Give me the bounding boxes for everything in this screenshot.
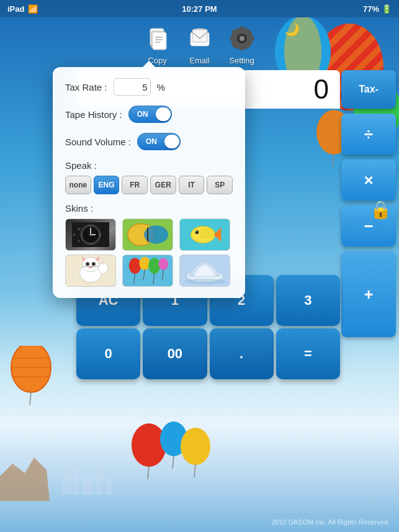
skin-cat[interactable] xyxy=(65,255,116,287)
language-buttons: none ENG FR GER IT SP xyxy=(65,176,233,194)
wifi-icon: 📶 xyxy=(28,4,38,14)
carrier-label: iPad xyxy=(7,4,24,14)
svg-point-52 xyxy=(89,233,92,236)
status-left: iPad 📶 xyxy=(7,4,38,14)
svg-point-83 xyxy=(129,258,141,274)
toggle-knob xyxy=(156,107,171,121)
skin-balloons[interactable] xyxy=(122,255,173,287)
plus-button[interactable]: + xyxy=(341,251,396,337)
svg-text:12: 12 xyxy=(77,227,81,231)
sound-volume-row: Sound Volume : ON xyxy=(65,133,233,150)
settings-icon xyxy=(227,24,257,53)
svg-point-81 xyxy=(99,263,109,274)
tape-history-toggle[interactable]: ON xyxy=(128,106,172,123)
svg-point-93 xyxy=(184,279,226,285)
svg-point-76 xyxy=(86,262,89,266)
settings-popup: Tax Rate : % Tape History : ON Sound Vol… xyxy=(53,67,245,298)
svg-point-85 xyxy=(148,258,161,274)
skin-fish[interactable] xyxy=(179,219,230,251)
skin-opera[interactable] xyxy=(179,255,230,287)
svg-point-86 xyxy=(159,258,169,271)
zero-button[interactable]: 0 xyxy=(76,328,140,379)
skins-section: Skins : 12 6 9 3 xyxy=(65,203,233,287)
display-value: 0 xyxy=(314,74,329,105)
svg-point-66 xyxy=(195,231,197,232)
svg-rect-40 xyxy=(241,47,243,51)
svg-text:9: 9 xyxy=(73,233,75,237)
svg-rect-30 xyxy=(153,32,166,50)
percent-sign: % xyxy=(157,82,165,92)
tax-minus-button[interactable]: Tax- xyxy=(341,70,396,109)
svg-rect-41 xyxy=(230,37,233,40)
toolbar: Copy Email xyxy=(0,17,399,70)
double-zero-button[interactable]: 00 xyxy=(143,328,207,379)
main-content: Copy Email xyxy=(0,17,399,532)
svg-point-77 xyxy=(92,262,96,266)
lang-fr[interactable]: FR xyxy=(122,176,148,194)
tape-history-row: Tape History : ON xyxy=(65,106,233,123)
lang-sp[interactable]: SP xyxy=(207,176,233,194)
svg-text:6: 6 xyxy=(78,239,80,243)
svg-rect-42 xyxy=(251,37,254,40)
speak-label: Speak : xyxy=(65,160,233,171)
skins-grid: 12 6 9 3 xyxy=(65,219,233,287)
email-label: Email xyxy=(189,56,210,65)
email-button[interactable]: Email xyxy=(185,24,215,65)
speak-section: Speak : none ENG FR GER IT SP xyxy=(65,160,233,194)
lang-eng[interactable]: ENG xyxy=(94,176,120,194)
svg-text:3: 3 xyxy=(99,233,101,237)
lang-none[interactable]: none xyxy=(65,176,91,194)
lang-it[interactable]: IT xyxy=(179,176,205,194)
tax-rate-label: Tax Rate : xyxy=(65,82,107,92)
three-button[interactable]: 3 xyxy=(276,275,340,326)
padlock-figure: 🔒 xyxy=(370,199,392,220)
tape-history-label: Tape History : xyxy=(65,109,122,120)
copy-icon xyxy=(143,24,173,53)
skin-clock[interactable]: 12 6 9 3 xyxy=(65,219,116,251)
svg-point-65 xyxy=(195,230,199,234)
battery-icon: 🔋 xyxy=(382,4,392,14)
sound-toggle-knob xyxy=(164,135,179,148)
dot-button[interactable]: . xyxy=(210,328,274,379)
tax-rate-row: Tax Rate : % xyxy=(65,78,233,96)
status-time: 10:27 PM xyxy=(182,4,217,14)
status-bar: iPad 📶 10:27 PM 77% 🔋 xyxy=(0,0,399,17)
tape-history-toggle-label: ON xyxy=(137,110,148,119)
copyright-text: 2010 DASOM Inc. All Rights Reserved. xyxy=(271,518,390,526)
sound-volume-label: Sound Volume : xyxy=(65,137,131,147)
multiply-button[interactable]: × xyxy=(341,160,396,201)
svg-point-38 xyxy=(240,36,244,41)
equals-button[interactable]: = xyxy=(276,328,340,379)
settings-button[interactable]: Setting xyxy=(227,24,257,65)
battery-label: 77% xyxy=(363,4,379,14)
sound-volume-toggle[interactable]: ON xyxy=(137,133,181,150)
sound-volume-toggle-label: ON xyxy=(146,137,157,146)
svg-rect-39 xyxy=(241,26,243,30)
lang-ger[interactable]: GER xyxy=(150,176,176,194)
svg-point-84 xyxy=(139,257,150,270)
footer: 2010 DASOM Inc. All Rights Reserved. xyxy=(271,518,390,526)
svg-rect-35 xyxy=(192,30,207,42)
tax-rate-input[interactable] xyxy=(114,78,151,96)
copy-button[interactable]: Copy xyxy=(143,24,173,65)
divide-button[interactable]: ÷ xyxy=(341,114,396,155)
status-right: 77% 🔋 xyxy=(363,4,392,14)
email-icon xyxy=(185,24,215,53)
settings-label: Setting xyxy=(229,56,254,65)
skins-label: Skins : xyxy=(65,203,233,214)
skin-butterfly[interactable] xyxy=(122,219,173,251)
